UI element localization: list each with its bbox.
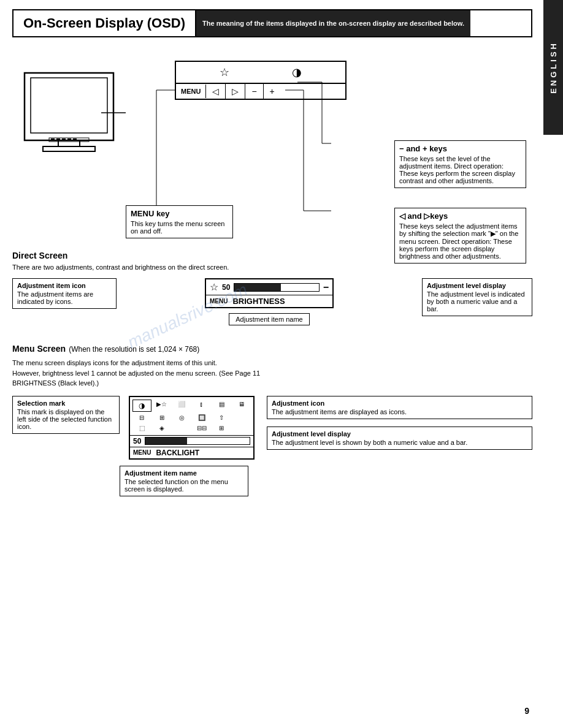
brightness-menu-text: MENU [210, 298, 228, 305]
selection-mark-box: Selection mark This mark is displayed on… [12, 396, 120, 434]
menu-key-title: MENU key [131, 209, 228, 218]
menu-icon-cell: ⊞ [212, 423, 231, 433]
arrow-keys-title: ◁ and ▷keys [399, 211, 521, 221]
plus-minus-text: These keys set the level of the adjustme… [399, 155, 521, 184]
adj-icon-title: Adjustment icon [272, 400, 527, 407]
plus-minus-callout: − and + keys These keys set the level of… [394, 140, 526, 188]
osd-minus-btn[interactable]: − [245, 84, 263, 99]
adj-level2-text: The adjustment level is shown by both a … [272, 439, 527, 446]
menu-icon-cell: ◈ [153, 423, 172, 433]
menu-icon-cell: ⊟⊟ [193, 423, 212, 433]
menu-level-bar [145, 437, 250, 445]
brightness-display: ☆ 50 − MENU BRIGHTNESS [205, 278, 334, 308]
menu-icon-cell [172, 423, 191, 433]
menu-key-text: This key turns the menu screen on and of… [131, 220, 228, 235]
menu-menu-text: MENU [133, 449, 151, 456]
header-description: The meaning of the items displayed in th… [196, 10, 470, 36]
menu-icon-cell: ⬚ [132, 423, 151, 433]
selection-mark-title: Selection mark [17, 400, 115, 407]
monitor-illustration [12, 48, 126, 238]
osd-full-panel: ☆ ◑ MENU ◁ ▷ − + [175, 61, 347, 100]
adj-level-text: The adjustment level is indicated by bot… [427, 290, 527, 313]
menu-icon-cell: ⊟ [132, 413, 151, 422]
brightness-icon: ☆ [210, 281, 218, 293]
adj-level-display-box2: Adjustment level display The adjustment … [267, 427, 532, 450]
selection-mark-section: Selection mark This mark is displayed on… [12, 396, 120, 434]
page-number: 9 [524, 706, 529, 716]
adj-icon-text: The adjustment items are displayed as ic… [272, 408, 527, 415]
menu-icon-cell: ⇧ [212, 413, 231, 422]
menu-icon-cell [232, 413, 251, 422]
svg-rect-3 [43, 146, 95, 151]
adj-level-title: Adjustment level display [427, 282, 527, 289]
menu-level-bar-fill [145, 438, 187, 444]
svg-rect-7 [62, 138, 66, 141]
side-tab-text: ENGLISH [549, 41, 558, 94]
brightness-name: BRIGHTNESS [232, 297, 285, 306]
svg-rect-1 [31, 78, 107, 133]
brightness-minus-indicator: − [323, 282, 329, 293]
brightness-icon-osd: ☆ [220, 66, 229, 79]
svg-rect-8 [67, 138, 71, 141]
menu-icon-cell: 🔲 [193, 413, 212, 422]
brightness-top-row: ☆ 50 − [206, 279, 332, 295]
contrast-icon-osd: ◑ [292, 66, 302, 79]
menu-icon-cell: ◎ [172, 413, 191, 422]
brightness-number: 50 [222, 283, 230, 292]
panel-and-lines: ☆ ◑ MENU ◁ ▷ − + [126, 48, 532, 238]
arrow-keys-text: These keys select the adjustment items b… [399, 222, 521, 260]
menu-name-row: MENU BACKLIGHT [130, 447, 253, 458]
menu-right-callouts: Adjustment icon The adjustment items are… [267, 396, 532, 450]
menu-icon-cell: 🖥 [232, 400, 251, 412]
menu-screen-subtitle: (When the resolution is set 1,024 × 768) [69, 345, 199, 354]
adj-item-name-title: Adjustment item name [124, 469, 243, 477]
plus-minus-title: − and + keys [399, 144, 521, 153]
adj-item-icon-box: Adjustment item icon The adjustment item… [12, 278, 117, 309]
brightness-bar-fill [234, 284, 281, 291]
menu-icon-cell: ◑ [132, 400, 151, 412]
menu-icon-cell: ▤ [212, 400, 231, 412]
osd-menu-btn[interactable]: MENU [176, 85, 206, 98]
osd-panel-wrapper: ☆ ◑ MENU ◁ ▷ − + [150, 61, 347, 100]
page-header: On-Screen Display (OSD) The meaning of t… [12, 9, 532, 37]
adj-item-icon-title: Adjustment item icon [17, 282, 112, 289]
header-title: On-Screen Display (OSD) [13, 10, 196, 36]
menu-level-row: 50 [130, 436, 253, 447]
adj-item-name-section: Adjustment item name The selected functi… [120, 466, 248, 496]
menu-screen-text: The menu screen displays icons for the a… [12, 358, 532, 389]
menu-screen-title: Menu Screen [12, 344, 66, 354]
osd-left-btn[interactable]: ◁ [206, 84, 226, 99]
menu-icon-cell [232, 423, 251, 433]
adj-item-icon-section: Adjustment item icon The adjustment item… [12, 278, 117, 312]
brightness-bar-outer [234, 283, 319, 292]
osd-diagram-area: ☆ ◑ MENU ◁ ▷ − + [12, 48, 532, 238]
adj-level-display-box: Adjustment level display The adjustment … [422, 278, 532, 316]
adj-icon-box: Adjustment icon The adjustment items are… [267, 396, 532, 419]
svg-rect-6 [56, 138, 60, 141]
monitor-svg [12, 67, 126, 174]
menu-level-number: 50 [133, 437, 141, 446]
svg-rect-5 [51, 138, 55, 141]
menu-panel-section: ◑ ▶☆ ⬜ ⫿ ▤ 🖥 ⊟ ⊞ ◎ 🔲 ⇧ ⬚ [129, 396, 258, 460]
osd-right-btn[interactable]: ▷ [226, 84, 245, 99]
osd-icon-row: ☆ ◑ [176, 62, 345, 84]
osd-plus-btn[interactable]: + [264, 84, 281, 99]
menu-screen-section: Menu Screen (When the resolution is set … [12, 338, 532, 496]
menu-icon-cell: ⊞ [153, 413, 172, 422]
direct-screen-text: There are two adjustments, contrast and … [12, 264, 532, 271]
menu-icon-grid: ◑ ▶☆ ⬜ ⫿ ▤ 🖥 ⊟ ⊞ ◎ 🔲 ⇧ ⬚ [130, 397, 253, 436]
menu-icon-cell: ▶☆ [153, 400, 172, 412]
adj-level-display-section: Adjustment level display The adjustment … [422, 278, 532, 316]
direct-center: ☆ 50 − MENU BRIGHTNESS Adjustment item n… [126, 278, 413, 325]
adj-item-name-text: The selected function on the menu screen… [124, 478, 243, 493]
menu-panel: ◑ ▶☆ ⬜ ⫿ ▤ 🖥 ⊟ ⊞ ◎ 🔲 ⇧ ⬚ [129, 396, 255, 460]
osd-button-row: MENU ◁ ▷ − + [176, 84, 345, 99]
menu-icon-cell: ⬜ [172, 400, 191, 412]
arrow-keys-callout: ◁ and ▷keys These keys select the adjust… [394, 208, 526, 264]
brightness-bottom-row: MENU BRIGHTNESS [206, 295, 332, 307]
svg-rect-9 [73, 138, 77, 141]
side-tab: ENGLISH [543, 0, 563, 135]
main-content: On-Screen Display (OSD) The meaning of t… [12, 9, 532, 496]
adj-level2-title: Adjustment level display [272, 430, 527, 438]
adj-item-name-box: Adjustment item name The selected functi… [120, 466, 248, 496]
